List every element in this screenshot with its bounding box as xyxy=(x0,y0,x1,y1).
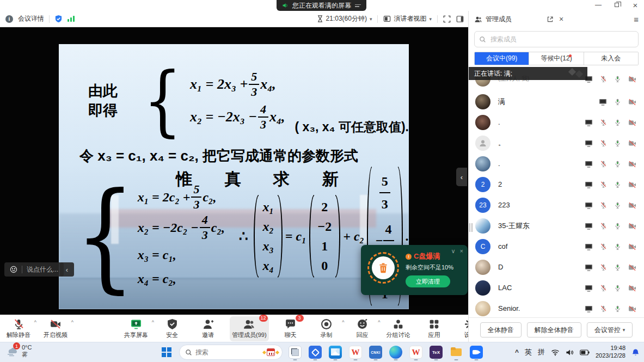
camera-muted-icon[interactable] xyxy=(628,140,636,147)
mic-muted-icon[interactable] xyxy=(600,243,607,250)
mic-muted-icon[interactable] xyxy=(600,181,607,188)
camera-muted-icon[interactable] xyxy=(628,223,636,230)
popup-close-button[interactable]: × xyxy=(460,248,463,255)
member-tab[interactable]: 会议中(99) xyxy=(475,52,529,65)
hamburger-menu-icon[interactable]: ≡ xyxy=(634,15,639,24)
volume-icon[interactable] xyxy=(566,349,574,356)
mic-muted-icon[interactable] xyxy=(600,305,607,312)
battery-icon[interactable] xyxy=(580,349,590,355)
meeting-timer-dropdown[interactable]: 21:03(60分钟) ▾ xyxy=(317,14,372,23)
member-row[interactable]: 23 223 xyxy=(469,195,644,216)
wifi-icon[interactable] xyxy=(551,349,560,356)
mic-muted-icon[interactable] xyxy=(600,222,607,230)
camera-muted-icon[interactable] xyxy=(628,76,636,83)
taskbar-app-taskview[interactable] xyxy=(287,344,303,360)
taskbar-app-wps2[interactable]: W xyxy=(408,344,424,360)
member-row[interactable]: LAC xyxy=(469,278,644,298)
reactions-button[interactable]: ^ 回应 xyxy=(348,316,377,341)
member-row[interactable]: D xyxy=(469,257,644,278)
mic-on-icon[interactable] xyxy=(614,222,621,230)
mic-muted-icon[interactable] xyxy=(600,75,607,83)
member-row[interactable]: Senior. xyxy=(469,298,644,317)
mic-on-icon[interactable] xyxy=(614,284,621,292)
fullscreen-icon[interactable] xyxy=(443,15,451,23)
camera-muted-icon[interactable] xyxy=(628,181,636,188)
mic-on-icon[interactable] xyxy=(614,98,621,106)
camera-muted-icon[interactable] xyxy=(628,243,636,250)
member-row[interactable]: . xyxy=(469,112,644,133)
chat-collapse-button[interactable]: ‹ xyxy=(60,262,74,277)
taskbar-app-blue[interactable] xyxy=(308,344,323,360)
taskbar-weather[interactable]: 1 0°C 雾 xyxy=(4,344,32,358)
camera-muted-icon[interactable] xyxy=(628,305,636,312)
member-row[interactable]: C cof xyxy=(469,236,644,257)
taskbar-clock[interactable]: 19:48 2023/12/28 xyxy=(596,345,625,360)
mic-on-icon[interactable] xyxy=(614,201,621,209)
view-mode-dropdown[interactable]: 演讲者视图 ▾ xyxy=(383,14,432,23)
window-minimize-button[interactable]: — xyxy=(594,1,603,9)
member-row[interactable]: 满 xyxy=(469,91,644,112)
camera-muted-icon[interactable] xyxy=(628,99,636,106)
record-button[interactable]: ^ 录制 xyxy=(312,316,341,341)
member-row[interactable]: 。 xyxy=(469,133,644,154)
mic-on-icon[interactable] xyxy=(614,119,621,126)
camera-muted-icon[interactable] xyxy=(628,264,636,271)
panel-resize-handle[interactable] xyxy=(469,223,473,232)
mic-muted-icon[interactable] xyxy=(600,201,607,209)
camera-muted-icon[interactable] xyxy=(628,161,636,168)
member-row[interactable]: 2 2 xyxy=(469,174,644,195)
chevron-up-icon[interactable]: ^ xyxy=(378,320,380,325)
panel-footer-button[interactable]: 解除全体静音▾ xyxy=(527,322,581,338)
mic-on-icon[interactable] xyxy=(614,139,621,147)
panel-footer-button[interactable]: 会议管控▾ xyxy=(587,322,633,338)
window-restore-button[interactable] xyxy=(612,1,621,9)
unmute-button[interactable]: ^ 解除静音 xyxy=(4,316,33,341)
shield-check-icon[interactable] xyxy=(54,15,63,23)
notification-bell-icon[interactable] xyxy=(631,348,640,357)
member-tab[interactable]: 等候中(12) xyxy=(529,52,583,65)
mic-on-icon[interactable] xyxy=(614,263,621,271)
smiley-icon[interactable] xyxy=(10,266,17,273)
calendar-highlight-icon[interactable] xyxy=(263,348,279,356)
ime-pinyin-indicator[interactable]: 拼 xyxy=(538,347,545,357)
ime-english-indicator[interactable]: 英 xyxy=(525,347,532,357)
mic-on-icon[interactable] xyxy=(614,160,621,168)
share-screen-button[interactable]: ^ 共享屏幕 xyxy=(122,316,150,341)
panel-footer-button[interactable]: 全体静音▾ xyxy=(480,322,522,338)
search-input[interactable] xyxy=(489,35,634,44)
chat-quick-input[interactable]: 说点什么... xyxy=(4,262,64,277)
popup-minimize-button[interactable]: ∨ xyxy=(451,248,456,255)
mic-on-icon[interactable] xyxy=(614,243,621,250)
chat-button[interactable]: 3 聊天 xyxy=(277,316,305,341)
taskbar-app-mail[interactable] xyxy=(328,344,343,360)
tray-expand-icon[interactable]: ^ xyxy=(515,348,519,356)
member-row[interactable]: 35-王耀东 xyxy=(469,216,644,236)
popout-icon[interactable] xyxy=(547,16,554,23)
mic-on-icon[interactable] xyxy=(614,181,621,188)
taskbar-app-explorer[interactable] xyxy=(449,344,464,360)
start-button[interactable] xyxy=(159,345,174,360)
window-close-button[interactable]: × xyxy=(631,1,640,9)
member-row[interactable]: . xyxy=(469,154,644,174)
taskbar-app-wps[interactable]: W xyxy=(348,344,363,360)
mic-on-icon[interactable] xyxy=(614,75,621,83)
toast-menu-icon[interactable] xyxy=(355,4,361,7)
taskbar-app-tex[interactable]: TeX xyxy=(428,344,444,360)
meeting-details-link[interactable]: 会议详情 xyxy=(18,14,44,23)
chevron-up-icon[interactable]: ^ xyxy=(71,320,73,325)
mic-muted-icon[interactable] xyxy=(600,284,607,292)
panel-collapse-button[interactable]: ‹ xyxy=(456,168,467,186)
manage-members-button[interactable]: 12 管理成员(99) xyxy=(230,316,269,341)
invite-button[interactable]: 邀请 xyxy=(194,316,222,341)
breakout-rooms-button[interactable]: 分组讨论 xyxy=(384,316,413,341)
mic-muted-icon[interactable] xyxy=(600,139,607,147)
taskbar-app-cnki[interactable]: CNKI xyxy=(368,344,383,360)
mic-muted-icon[interactable] xyxy=(600,263,607,271)
camera-muted-icon[interactable] xyxy=(628,202,636,209)
camera-muted-icon[interactable] xyxy=(628,119,636,126)
clean-now-button[interactable]: 立即清理 xyxy=(406,275,450,287)
chevron-up-icon[interactable]: ^ xyxy=(152,320,154,325)
chevron-up-icon[interactable]: ^ xyxy=(34,320,36,325)
mic-on-icon[interactable] xyxy=(614,305,621,312)
panel-close-button[interactable]: × xyxy=(559,15,563,23)
